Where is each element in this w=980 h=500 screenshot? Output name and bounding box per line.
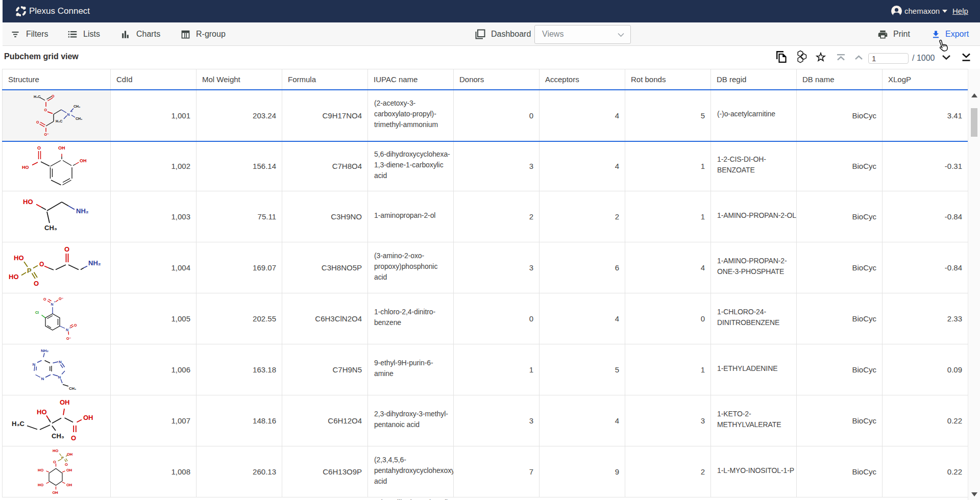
svg-text:P: P bbox=[61, 456, 64, 460]
svg-text:O: O bbox=[52, 94, 55, 98]
svg-text:P: P bbox=[27, 266, 32, 274]
svg-text:O: O bbox=[71, 434, 76, 441]
svg-text:OH: OH bbox=[66, 468, 72, 472]
svg-text:+: + bbox=[69, 326, 70, 329]
svg-text:OH: OH bbox=[80, 158, 87, 163]
svg-text:HO: HO bbox=[38, 468, 43, 472]
svg-text:O: O bbox=[74, 323, 77, 327]
svg-text:O: O bbox=[34, 280, 39, 287]
svg-text:N: N bbox=[67, 113, 70, 116]
svg-text:CH₃: CH₃ bbox=[76, 117, 82, 120]
svg-text:O⁻: O⁻ bbox=[44, 133, 49, 136]
svg-text:HO: HO bbox=[9, 273, 19, 281]
svg-text:H₃C: H₃C bbox=[12, 420, 24, 428]
svg-text:HO: HO bbox=[23, 198, 33, 206]
svg-text:OH: OH bbox=[66, 482, 72, 487]
svg-text:+: + bbox=[54, 300, 55, 303]
svg-text:NH₂: NH₂ bbox=[41, 348, 49, 353]
svg-text:HO: HO bbox=[14, 254, 24, 262]
svg-text:OH: OH bbox=[67, 452, 72, 457]
svg-text:O: O bbox=[44, 108, 47, 112]
svg-text:O: O bbox=[36, 120, 39, 124]
svg-text:OH: OH bbox=[58, 145, 65, 151]
svg-text:N: N bbox=[58, 375, 61, 380]
svg-text:O: O bbox=[39, 260, 44, 267]
svg-text:O: O bbox=[53, 460, 56, 464]
svg-text:HO: HO bbox=[53, 448, 58, 453]
svg-text:N: N bbox=[41, 377, 44, 381]
svg-text:NH₂: NH₂ bbox=[76, 207, 89, 215]
svg-text:OH: OH bbox=[60, 398, 70, 406]
svg-text:O: O bbox=[65, 462, 68, 467]
svg-text:N: N bbox=[51, 302, 53, 306]
svg-text:O⁻: O⁻ bbox=[59, 297, 63, 301]
svg-text:OH: OH bbox=[52, 490, 58, 495]
svg-text:CH₃: CH₃ bbox=[69, 386, 77, 390]
svg-text:O: O bbox=[43, 297, 46, 301]
svg-text:H₃C: H₃C bbox=[34, 95, 40, 98]
svg-text:+: + bbox=[71, 110, 72, 113]
svg-text:O⁻: O⁻ bbox=[66, 337, 71, 340]
svg-text:O: O bbox=[64, 245, 69, 253]
svg-text:Cl: Cl bbox=[35, 311, 39, 314]
svg-text:N: N bbox=[66, 328, 68, 332]
svg-text:HO: HO bbox=[38, 482, 43, 487]
svg-text:NH₂: NH₂ bbox=[88, 259, 101, 267]
svg-text:CH₃: CH₃ bbox=[74, 105, 80, 108]
svg-text:H₃C: H₃C bbox=[56, 119, 62, 123]
svg-text:N: N bbox=[59, 360, 62, 364]
svg-text:N: N bbox=[32, 362, 35, 366]
svg-text:O: O bbox=[37, 145, 41, 151]
svg-text:CH₃: CH₃ bbox=[52, 432, 64, 440]
svg-text:HO: HO bbox=[22, 164, 29, 169]
svg-text:CH₃: CH₃ bbox=[44, 224, 57, 232]
svg-text:HO: HO bbox=[37, 408, 47, 416]
svg-text:OH: OH bbox=[83, 413, 93, 421]
